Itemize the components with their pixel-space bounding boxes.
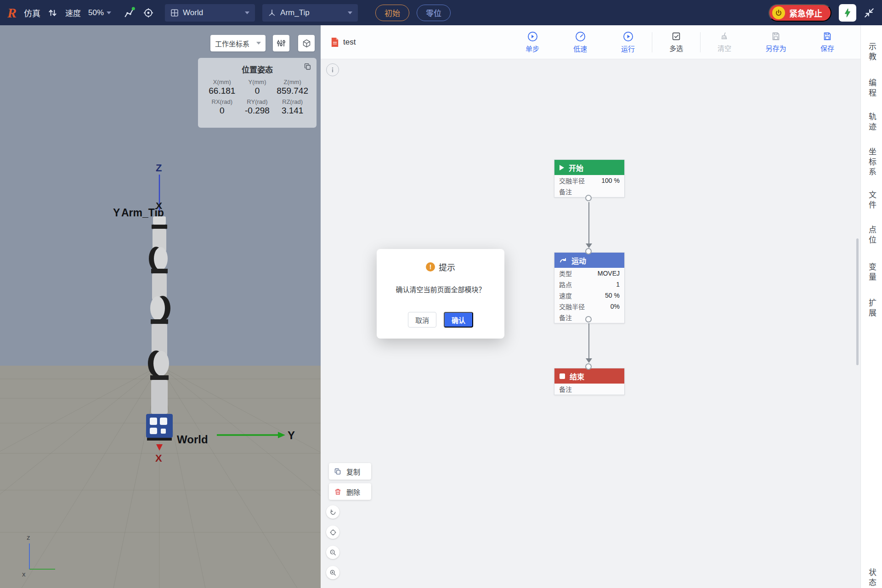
- axes-icon: [268, 9, 276, 17]
- copy-pose-button[interactable]: [304, 62, 312, 73]
- world-frame-name: World: [177, 433, 208, 446]
- speed-label: 速度: [65, 7, 81, 18]
- emergency-stop-label: 紧急停止: [789, 7, 822, 19]
- run-label: 运行: [621, 44, 635, 53]
- motion-node-header[interactable]: 运动: [554, 253, 624, 268]
- canvas-scrollbar[interactable]: [856, 238, 859, 365]
- connector-port[interactable]: [585, 248, 592, 254]
- init-pose-button[interactable]: 初始: [375, 5, 409, 21]
- connector-port[interactable]: [585, 316, 592, 322]
- slow-run-label: 低速: [573, 44, 587, 53]
- robot-status-icon[interactable]: [123, 6, 136, 19]
- sidebar-item-trajectory[interactable]: 轨迹: [861, 113, 882, 133]
- save-as-button[interactable]: 另存为: [748, 31, 803, 53]
- flow-node-motion[interactable]: 运动 类型MOVEJ 路点1 速度50 % 交融半径0% 备注: [554, 252, 625, 323]
- save-button[interactable]: 保存: [803, 31, 851, 53]
- row-label: 交融半径: [559, 302, 585, 311]
- sidebar-item-extensions[interactable]: 扩展: [861, 299, 882, 319]
- sim-mode-label[interactable]: 仿真: [24, 7, 40, 19]
- waveform-button[interactable]: [273, 35, 289, 51]
- pose-field: RX(rad)0: [204, 98, 240, 116]
- dialog-title: 提示: [439, 261, 455, 273]
- run-button[interactable]: 运行: [604, 31, 652, 53]
- world-frame-select[interactable]: World: [165, 4, 255, 22]
- delete-node-label: 删除: [346, 487, 360, 497]
- row-label: 备注: [559, 187, 572, 196]
- speed-select[interactable]: 50%: [88, 8, 111, 17]
- sidebar-item-label: 轨迹: [866, 113, 877, 133]
- warning-icon: !: [426, 262, 435, 271]
- sidebar-item-files[interactable]: 文件: [861, 191, 882, 211]
- chevron-down-icon: [245, 11, 249, 14]
- connector-port[interactable]: [585, 363, 592, 370]
- sidebar-item-label: 编程: [866, 79, 877, 99]
- zero-pose-button[interactable]: 零位: [417, 5, 451, 21]
- sort-icon[interactable]: [48, 8, 58, 18]
- info-button[interactable]: [326, 63, 339, 76]
- clear-button[interactable]: 清空: [701, 31, 748, 53]
- start-node-header[interactable]: 开始: [554, 160, 624, 175]
- locate-button[interactable]: [326, 526, 339, 539]
- confirm-button[interactable]: 确认: [444, 312, 473, 328]
- node-row: 路点1: [554, 279, 624, 290]
- target-icon[interactable]: [143, 7, 154, 18]
- multi-select-label: 多选: [669, 43, 683, 53]
- chevron-down-icon: [348, 11, 352, 14]
- copy-icon: [334, 468, 342, 475]
- power-quick-button[interactable]: [839, 4, 856, 22]
- sidebar-item-label: 坐标系: [866, 147, 877, 178]
- sidebar-item-variables[interactable]: 变量: [861, 263, 882, 283]
- undo-button[interactable]: [326, 505, 339, 519]
- work-coordinate-select[interactable]: 工作坐标系: [210, 35, 266, 51]
- flow-node-start[interactable]: 开始 交融半径100 % 备注: [554, 159, 625, 198]
- sidebar-item-status[interactable]: 状态: [861, 568, 882, 588]
- sidebar-item-coordinates[interactable]: 坐标系: [861, 147, 882, 178]
- pose-field-value: 66.181: [204, 86, 240, 96]
- tool-frame-select[interactable]: Arm_Tip: [262, 4, 358, 22]
- robot-arm: [146, 216, 173, 441]
- pose-field-value: 0: [204, 106, 240, 116]
- end-node-header[interactable]: 结束: [554, 368, 624, 384]
- sidebar-item-teach[interactable]: 示教: [861, 42, 882, 62]
- node-row: 速度50 %: [554, 290, 624, 301]
- locate-icon: [329, 529, 337, 536]
- brand-logo: R: [7, 6, 17, 20]
- end-node-title: 结束: [570, 371, 584, 382]
- slow-run-button[interactable]: 低速: [556, 31, 604, 53]
- model-cube-button[interactable]: [298, 35, 315, 51]
- copy-node-button[interactable]: 复制: [329, 463, 371, 480]
- clear-label: 清空: [718, 43, 731, 53]
- pose-field-value: 0: [240, 86, 275, 96]
- 3d-viewport[interactable]: Z X Y Arm_Tip: [0, 25, 321, 588]
- zoom-in-button[interactable]: [326, 566, 339, 579]
- pose-field-label: RX(rad): [204, 98, 240, 105]
- speed-value: 50%: [88, 8, 104, 17]
- emergency-stop-button[interactable]: 紧急停止: [769, 4, 831, 22]
- top-toolbar: R 仿真 速度 50% World Arm_Tip 初始 零位 紧急停止: [0, 0, 882, 25]
- row-value: 1: [616, 281, 620, 288]
- flow-node-end[interactable]: 结束 备注: [554, 368, 625, 395]
- delete-node-button[interactable]: 删除: [329, 483, 371, 500]
- waveform-icon: [277, 39, 286, 48]
- collapse-icon[interactable]: [864, 7, 875, 18]
- multi-select-button[interactable]: 多选: [652, 31, 700, 53]
- row-label: 类型: [559, 269, 572, 278]
- pose-field: Z(mm)859.742: [275, 79, 310, 96]
- zoom-out-button[interactable]: [326, 546, 339, 559]
- pose-panel: 位置姿态 X(mm)66.181 Y(mm)0 Z(mm)859.742 RX(…: [198, 58, 317, 128]
- play-icon: [560, 165, 564, 170]
- flow-edge: [588, 202, 589, 243]
- node-row: 类型MOVEJ: [554, 268, 624, 279]
- cancel-button[interactable]: 取消: [408, 312, 436, 328]
- row-label: 交融半径: [559, 176, 585, 185]
- cube-icon: [302, 39, 311, 48]
- file-tab[interactable]: test: [331, 37, 356, 47]
- flow-edge: [588, 323, 589, 358]
- work-coordinate-value: 工作坐标系: [215, 39, 249, 48]
- step-run-button[interactable]: 单步: [509, 31, 556, 53]
- connector-port[interactable]: [585, 195, 592, 201]
- row-value: 100 %: [601, 177, 620, 184]
- world-x-axis: [156, 444, 163, 451]
- sidebar-item-program[interactable]: 编程: [861, 79, 882, 99]
- sidebar-item-points[interactable]: 点位: [861, 226, 882, 246]
